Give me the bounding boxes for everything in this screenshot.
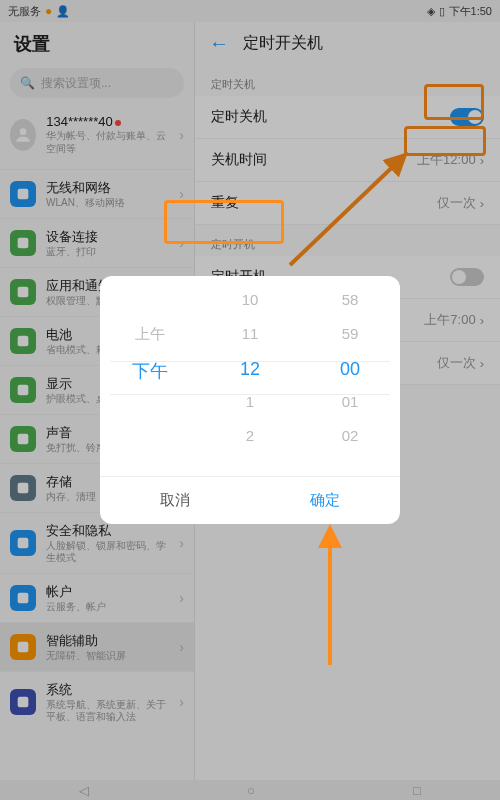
ampm-wheel[interactable]: 上午下午: [100, 291, 200, 476]
modal-overlay[interactable]: 上午下午 10111212 5859000102 取消 确定: [0, 0, 500, 800]
minute-wheel[interactable]: 5859000102: [300, 291, 400, 476]
ok-button[interactable]: 确定: [250, 477, 400, 524]
cancel-button[interactable]: 取消: [100, 477, 250, 524]
time-picker: 上午下午 10111212 5859000102 取消 确定: [100, 276, 400, 524]
hour-wheel[interactable]: 10111212: [200, 291, 300, 476]
